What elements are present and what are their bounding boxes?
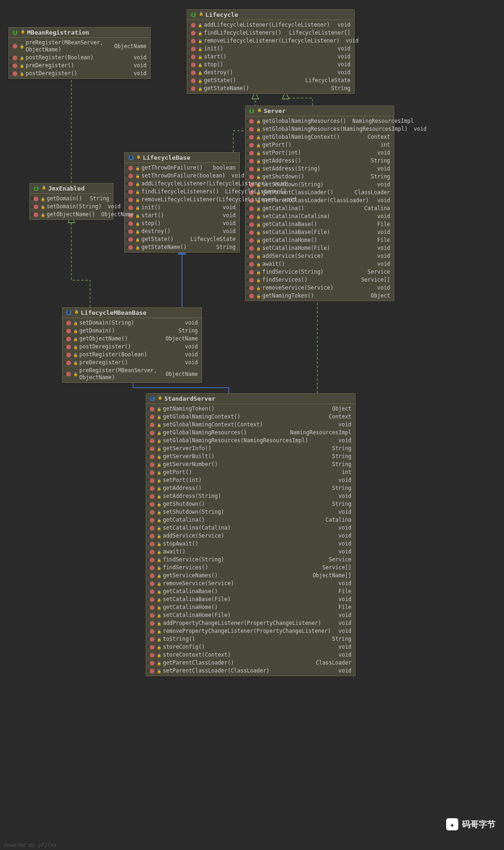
method-signature: removeService(Service) [163,580,332,587]
lock-icon [135,190,139,194]
uml-standardserver[interactable]: StandardServer getNamingToken()Objectget… [146,393,356,676]
method-icon [128,221,133,226]
uml-server[interactable]: Server getGlobalNamingResources()NamingR… [245,106,394,301]
lock-icon [73,329,77,333]
return-type: String [328,453,351,460]
return-type: void [335,509,351,516]
lock-icon [73,345,77,349]
lock-icon [157,630,161,633]
method-icon [13,64,17,68]
return-type: void [373,229,390,236]
method-icon [128,190,133,194]
method-icon [34,212,38,217]
method-signature: setGlobalNamingResources(NamingResources… [262,126,408,133]
lock-icon [157,510,161,514]
method-icon [191,63,196,67]
return-type: String [328,636,351,643]
method-signature: preDeregister() [79,359,179,366]
method-row: await()void [245,260,394,268]
return-type: void [130,54,147,61]
return-type: void [335,644,351,651]
method-signature: getStateName() [204,85,325,92]
title: StandardServer [164,395,216,402]
return-type: ClassLoader [351,189,390,196]
method-icon [150,478,154,483]
method-signature: postRegister(Boolean) [26,54,127,61]
method-signature: toString() [163,636,326,643]
method-icon [150,439,154,443]
method-row: postDeregister()void [63,343,202,351]
return-type: File [335,588,351,595]
return-type: ObjectName [162,335,198,342]
return-type: void [373,284,390,291]
uml-mbeanregistration[interactable]: MBeanRegistration preRegister(MBeanServe… [8,27,151,79]
method-signature: setCatalinaHome(File) [262,245,371,252]
method-row: getAddress()String [245,157,394,165]
lock-icon [157,550,161,554]
method-row: setCatalinaHome(File)void [146,611,355,619]
return-type: void [280,196,296,203]
method-icon [249,175,254,179]
uml-jmxenabled[interactable]: JmxEnabled getDomain()StringsetDomain(St… [29,183,113,220]
method-row: getDomain()String [30,195,113,203]
lock-icon [256,231,260,234]
return-type: String [367,173,390,180]
lock-icon [157,526,161,530]
method-signature: getCatalinaHome() [262,237,371,244]
method-icon [34,197,38,201]
method-row: getShutdown()String [146,500,355,508]
method-icon [150,407,154,411]
return-type: void [335,437,351,444]
uml-lifecyclembeanbase[interactable]: LifecycleMBeanBase setDomain(String)void… [62,307,202,383]
lock-icon [198,23,202,27]
return-type: void [104,203,121,210]
method-icon [249,222,254,227]
lock-icon [198,79,202,83]
uml-header: StandardServer [146,394,355,404]
method-signature: getCatalinaBase() [163,588,332,595]
method-row: getNamingToken()Object [245,292,394,300]
method-signature: getGlobalNamingResources() [163,429,284,436]
method-icon [66,372,71,376]
lock-icon [157,471,161,475]
return-type: void [373,253,390,260]
method-icon [150,653,154,658]
title: LifecycleMBeanBase [81,309,147,316]
return-type: void [130,70,147,77]
lock-icon [256,167,260,171]
uml-lifecycle[interactable]: Lifecycle addLifecycleListener(Lifecycle… [187,9,355,94]
method-signature: setCatalinaHome(File) [163,612,332,619]
watermark-text: 码哥字节 [462,819,496,830]
uml-header: MBeanRegistration [9,28,150,38]
method-row: getState()LifecycleState [125,235,239,243]
lock-icon [157,431,161,435]
method-row: preDeregister()void [63,359,202,367]
return-type: void [335,628,351,635]
return-type: Service[] [357,276,390,283]
title: MBeanRegistration [27,29,89,36]
method-icon [150,486,154,491]
method-icon [191,86,196,91]
method-row: init()void [187,45,354,53]
lock-icon [256,278,260,282]
method-row: setCatalinaBase(File)void [146,595,355,603]
method-icon [191,55,196,59]
method-signature: getServerInfo() [163,445,326,452]
method-icon [150,534,154,538]
method-icon [249,206,254,211]
lock-icon [135,238,139,241]
method-icon [150,629,154,634]
lock-icon [157,503,161,506]
method-icon [249,254,254,259]
method-icon [249,167,254,171]
method-row: init()void [125,204,239,212]
abstract-class-icon [128,155,133,160]
lock-icon [157,661,161,665]
method-signature: setCatalina(Catalina) [262,213,371,220]
lock-icon [198,39,202,43]
method-icon [150,589,154,594]
return-type: String [328,485,351,492]
method-icon [150,550,154,554]
uml-lifecyclebase[interactable]: LifecycleBase getThrowOnFailure()boolean… [124,152,240,253]
lock-icon [256,294,260,298]
